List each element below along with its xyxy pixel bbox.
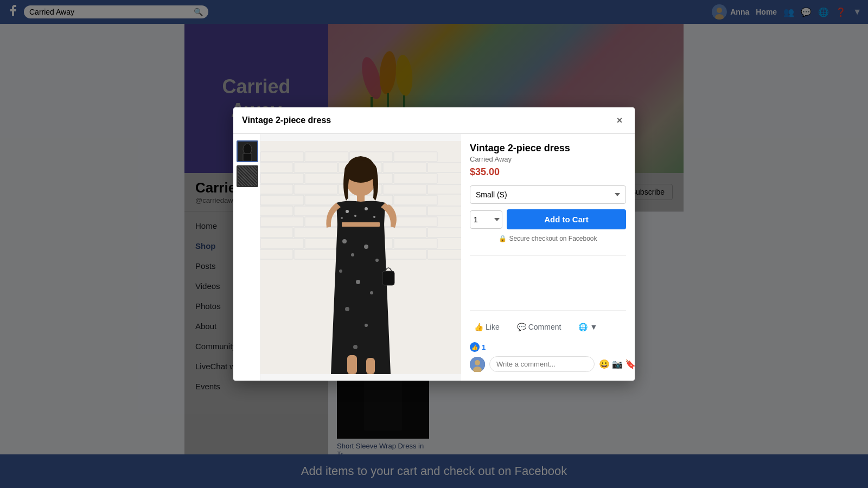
svg-point-78: [342, 239, 347, 243]
like-button[interactable]: 👍 Like: [470, 320, 504, 333]
svg-point-74: [354, 215, 356, 217]
svg-point-83: [356, 280, 360, 284]
svg-rect-88: [382, 271, 394, 285]
thumbnail-1[interactable]: [237, 140, 258, 162]
modal-overlay: Vintage 2-piece dress ×: [0, 0, 868, 488]
modal-title: Vintage 2-piece dress: [242, 115, 331, 125]
modal-header: Vintage 2-piece dress ×: [233, 107, 635, 134]
svg-point-93: [475, 360, 480, 365]
product-details: Vintage 2-piece dress Carried Away $35.0…: [461, 134, 635, 381]
divider-2: [470, 310, 626, 311]
reaction-bar: 👍 Like 💬 Comment 🌐 ▼: [470, 316, 626, 338]
chevron-down-icon: ▼: [590, 323, 597, 331]
reaction-count: 👍 1: [470, 342, 626, 352]
ad-area: [470, 261, 626, 305]
svg-point-22: [243, 144, 252, 155]
quantity-selector[interactable]: 1 2 3: [470, 210, 502, 229]
size-selector[interactable]: Small (S) Medium (M) Large (L) XL: [470, 185, 626, 204]
emoji-reaction-button[interactable]: 🌐 ▼: [574, 320, 602, 333]
svg-point-77: [341, 217, 343, 219]
svg-rect-89: [342, 222, 380, 227]
divider: [470, 255, 626, 256]
product-modal: Vintage 2-piece dress ×: [233, 107, 635, 381]
main-product-image: [260, 134, 461, 381]
lock-icon: 🔒: [499, 235, 507, 242]
sticker-icon[interactable]: 🔖: [625, 359, 635, 369]
comment-button[interactable]: 💬 Comment: [513, 320, 566, 333]
close-button[interactable]: ×: [613, 114, 626, 127]
comment-input-row: 😀 📷 🔖 🏭: [470, 356, 626, 372]
thumbnail-2[interactable]: [237, 165, 258, 187]
svg-point-80: [364, 245, 368, 249]
svg-point-73: [346, 210, 349, 213]
svg-point-87: [353, 345, 358, 349]
comment-icon: 💬: [517, 323, 526, 331]
svg-point-85: [345, 307, 349, 311]
svg-rect-91: [366, 358, 375, 374]
svg-point-84: [370, 291, 373, 294]
secure-checkout-label: 🔒 Secure checkout on Facebook: [470, 235, 626, 242]
svg-point-79: [351, 253, 354, 256]
image-thumbnails: [233, 134, 260, 381]
svg-point-86: [365, 324, 368, 327]
smiley-icon[interactable]: 😀: [599, 359, 610, 369]
svg-point-75: [365, 207, 368, 210]
detail-shop-name: Carried Away: [470, 155, 626, 163]
camera-icon[interactable]: 📷: [612, 359, 623, 369]
svg-point-81: [375, 259, 379, 262]
detail-product-price: $35.00: [470, 166, 626, 178]
quantity-add-row: 1 2 3 Add to Cart: [470, 209, 626, 229]
comment-emoji-row: 😀 📷 🔖 🏭: [599, 359, 635, 369]
detail-product-name: Vintage 2-piece dress: [470, 143, 626, 154]
comment-input[interactable]: [489, 356, 595, 372]
svg-point-76: [373, 216, 375, 218]
commenter-avatar: [470, 357, 485, 372]
thumbs-up-icon: 👍: [474, 323, 483, 331]
svg-point-82: [339, 269, 342, 273]
svg-rect-23: [243, 153, 252, 161]
like-emoji: 👍: [470, 342, 480, 352]
svg-rect-90: [347, 355, 357, 374]
add-to-cart-button[interactable]: Add to Cart: [507, 209, 626, 229]
modal-body: Vintage 2-piece dress Carried Away $35.0…: [233, 134, 635, 381]
globe-emoji-icon: 🌐: [578, 323, 588, 331]
